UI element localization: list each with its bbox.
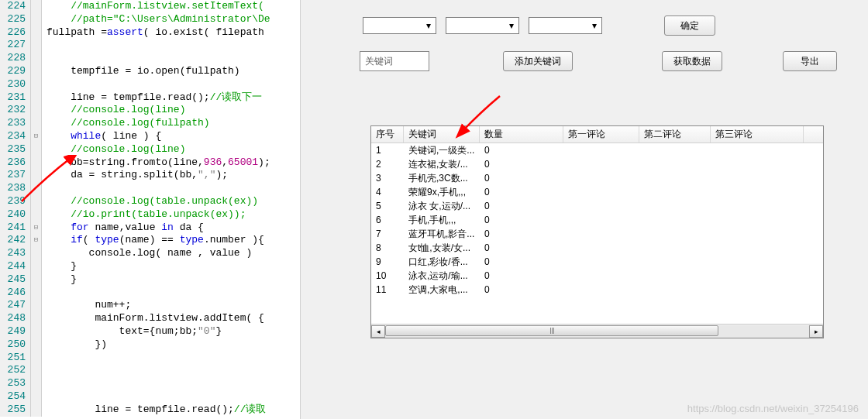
- code-line[interactable]: mainForm.listview.addItem( {: [42, 312, 264, 325]
- code-line[interactable]: fullpath =assert( io.exist( filepath: [42, 26, 264, 39]
- scroll-left-icon[interactable]: ◂: [371, 325, 385, 338]
- table-row[interactable]: 6手机,手机,,,0: [371, 213, 823, 227]
- code-line[interactable]: }: [42, 273, 77, 287]
- table-cell: 0: [480, 215, 563, 225]
- code-line[interactable]: }): [42, 338, 107, 352]
- fold-marker: [31, 65, 42, 78]
- line-number: 244: [0, 260, 31, 273]
- code-line[interactable]: tempfile = io.open(fullpath): [42, 65, 240, 78]
- code-line[interactable]: [42, 39, 46, 52]
- code-line[interactable]: //io.print(table.unpack(ex));: [42, 208, 246, 222]
- table-row[interactable]: 11空调,大家电,...0: [371, 283, 823, 297]
- table-cell: 0: [480, 228, 563, 239]
- code-line[interactable]: da = string.split(bb,",");: [42, 169, 228, 182]
- code-line[interactable]: if( type(name) == type.number ){: [42, 234, 264, 247]
- fold-marker[interactable]: ⊟: [31, 234, 42, 247]
- code-line[interactable]: //console.log(line): [42, 104, 185, 117]
- fold-marker: [31, 325, 42, 338]
- line-number: 242: [0, 234, 31, 247]
- code-line[interactable]: [42, 377, 46, 390]
- code-line[interactable]: [42, 52, 46, 65]
- code-line[interactable]: }: [42, 260, 77, 273]
- line-number: 235: [0, 143, 31, 156]
- code-line[interactable]: for name,value in da {: [42, 222, 204, 235]
- line-number: 249: [0, 325, 31, 338]
- table-cell: 荣耀9x,手机,,,: [404, 186, 480, 199]
- fold-marker: [31, 156, 42, 170]
- fold-marker: [31, 52, 42, 65]
- listview[interactable]: 序号关键词数量第一评论第二评论第三评论 1关键词,一级类...02连衣裙,女装/…: [370, 125, 824, 338]
- column-header[interactable]: 序号: [371, 126, 404, 143]
- table-cell: 关键词,一级类...: [404, 144, 480, 157]
- fold-marker: [31, 91, 42, 105]
- line-number: 246: [0, 287, 31, 300]
- code-line[interactable]: [42, 352, 46, 365]
- table-cell: 泳衣 女,运动/...: [404, 200, 480, 213]
- add-keyword-button[interactable]: 添加关键词: [503, 51, 573, 71]
- table-row[interactable]: 2连衣裙,女装/...0: [371, 157, 823, 171]
- code-line[interactable]: console.log( name , value ): [42, 247, 252, 260]
- keyword-input[interactable]: 关键词: [360, 51, 429, 71]
- code-line[interactable]: [42, 182, 46, 195]
- table-cell: 连衣裙,女装/...: [404, 158, 480, 171]
- column-header[interactable]: 第三评论: [711, 126, 804, 143]
- line-number: 230: [0, 78, 31, 91]
- code-line[interactable]: //mainForm.listview.setItemText(: [42, 0, 264, 13]
- code-line[interactable]: [42, 287, 46, 300]
- scroll-right-icon[interactable]: ▸: [809, 325, 823, 338]
- code-line[interactable]: [42, 390, 46, 404]
- table-row[interactable]: 1关键词,一级类...0: [371, 143, 823, 157]
- table-row[interactable]: 9口红,彩妆/香...0: [371, 255, 823, 269]
- listview-body: 1关键词,一级类...02连衣裙,女装/...03手机壳,3C数...04荣耀9…: [371, 143, 823, 321]
- code-line[interactable]: //console.log(table.unpack(ex)): [42, 195, 258, 208]
- code-editor[interactable]: 224 //mainForm.listview.setItemText(225 …: [0, 0, 301, 419]
- table-row[interactable]: 7蓝牙耳机,影音...0: [371, 227, 823, 241]
- table-row[interactable]: 4荣耀9x,手机,,,0: [371, 185, 823, 199]
- code-line[interactable]: //console.log(line): [42, 143, 185, 156]
- line-number: 251: [0, 352, 31, 365]
- code-line[interactable]: bb=string.fromto(line,936,65001);: [42, 156, 270, 170]
- column-header[interactable]: 关键词: [404, 126, 480, 143]
- confirm-button[interactable]: 确定: [664, 15, 715, 36]
- fold-marker[interactable]: ⊟: [31, 130, 42, 143]
- table-row[interactable]: 3手机壳,3C数...0: [371, 171, 823, 185]
- line-number: 245: [0, 273, 31, 287]
- fold-marker: [31, 287, 42, 300]
- code-line[interactable]: num++;: [42, 299, 131, 312]
- code-line[interactable]: while( line ) {: [42, 130, 161, 143]
- code-line[interactable]: //path="C:\Users\Administrator\De: [42, 13, 270, 26]
- line-number: 241: [0, 222, 31, 235]
- combo-3[interactable]: ▾: [529, 17, 602, 34]
- table-row[interactable]: 5泳衣 女,运动/...0: [371, 199, 823, 213]
- table-row[interactable]: 8女t恤,女装/女...0: [371, 241, 823, 255]
- fold-marker: [31, 169, 42, 182]
- column-header[interactable]: 第一评论: [563, 126, 639, 143]
- code-line[interactable]: line = tempfile.read();//读取: [42, 404, 266, 417]
- fold-marker: [31, 312, 42, 325]
- fold-marker: [31, 104, 42, 117]
- fold-marker: [31, 404, 42, 417]
- horizontal-scrollbar[interactable]: ◂ ▸: [371, 324, 823, 338]
- line-number: 240: [0, 208, 31, 222]
- code-line[interactable]: [42, 78, 46, 91]
- code-line[interactable]: line = tempfile.read();//读取下一: [42, 91, 262, 105]
- code-line[interactable]: [42, 364, 46, 377]
- fold-marker[interactable]: ⊟: [31, 222, 42, 235]
- line-number: 226: [0, 26, 31, 39]
- chevron-down-icon: ▾: [505, 19, 517, 33]
- fetch-data-button[interactable]: 获取数据: [662, 51, 722, 71]
- table-cell: 4: [371, 187, 404, 197]
- code-line[interactable]: //console.log(fullpath): [42, 117, 210, 130]
- column-header[interactable]: 数量: [480, 126, 563, 143]
- scrollbar-thumb[interactable]: [385, 325, 718, 336]
- line-number: 247: [0, 299, 31, 312]
- table-cell: 9: [371, 256, 404, 267]
- code-line[interactable]: text={num;bb;"0"}: [42, 325, 222, 338]
- export-button[interactable]: 导出: [783, 51, 837, 71]
- table-row[interactable]: 10泳衣,运动/瑜...0: [371, 269, 823, 283]
- column-header[interactable]: 第二评论: [639, 126, 711, 143]
- combo-1[interactable]: ▾: [363, 17, 436, 34]
- combo-2[interactable]: ▾: [446, 17, 519, 34]
- fold-marker: [31, 182, 42, 195]
- fold-marker: [31, 0, 42, 13]
